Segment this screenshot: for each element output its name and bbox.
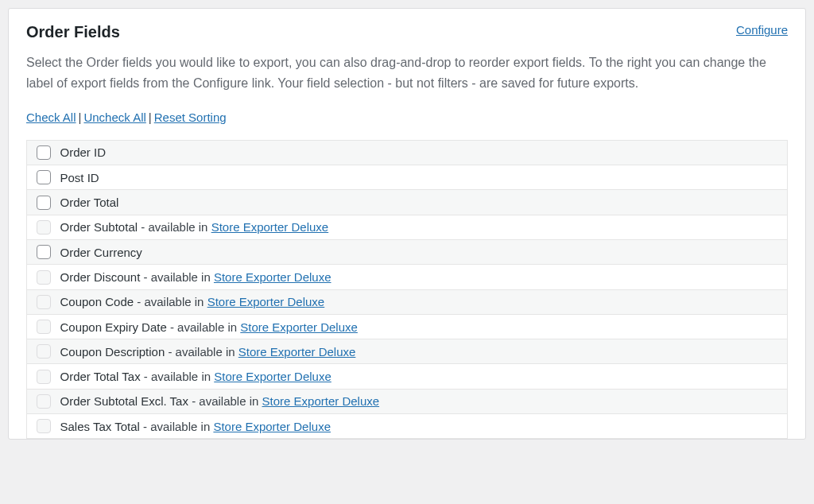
field-label: Order Total [60, 196, 119, 209]
uncheck-all-link[interactable]: Uncheck All [83, 110, 145, 124]
table-row[interactable]: Order Subtotal - available in Store Expo… [27, 215, 788, 239]
reset-sorting-link[interactable]: Reset Sorting [154, 110, 227, 124]
available-in-text: - available in [140, 270, 214, 284]
field-label-cell: Coupon Description - available in Store … [54, 339, 788, 364]
panel-title: Order Fields [26, 23, 120, 41]
available-in-text: - available in [138, 220, 211, 234]
table-row[interactable]: Order Subtotal Excl. Tax - available in … [27, 389, 788, 413]
field-checkbox [37, 295, 51, 309]
available-in-text: - available in [165, 345, 238, 359]
table-row[interactable]: Order Total Tax - available in Store Exp… [27, 364, 788, 389]
checkbox-cell [27, 389, 54, 413]
bulk-actions: Check All|Uncheck All|Reset Sorting [26, 110, 788, 124]
field-checkbox [37, 394, 51, 409]
store-exporter-deluxe-link[interactable]: Store Exporter Deluxe [214, 270, 331, 284]
field-label-cell: Order Subtotal - available in Store Expo… [54, 215, 788, 239]
store-exporter-deluxe-link[interactable]: Store Exporter Deluxe [207, 295, 325, 308]
table-row[interactable]: Sales Tax Total - available in Store Exp… [27, 414, 788, 439]
panel-header: Order Fields Configure [26, 23, 788, 41]
field-checkbox [37, 419, 51, 433]
field-label: Coupon Expiry Date [60, 320, 167, 334]
checkbox-cell [27, 165, 54, 190]
checkbox-cell [27, 339, 54, 364]
separator: | [146, 110, 154, 124]
available-in-text: - available in [140, 420, 214, 433]
field-label-cell: Order Total [54, 190, 788, 215]
field-label: Order Currency [60, 246, 142, 259]
separator: | [76, 110, 84, 124]
field-checkbox [37, 370, 51, 384]
store-exporter-deluxe-link[interactable]: Store Exporter Deluxe [213, 420, 331, 433]
check-all-link[interactable]: Check All [26, 110, 76, 124]
field-label-cell: Order ID [54, 140, 788, 165]
store-exporter-deluxe-link[interactable]: Store Exporter Deluxe [238, 345, 356, 359]
available-in-text: - available in [134, 295, 207, 308]
field-label: Post ID [60, 171, 99, 184]
available-in-text: - available in [167, 320, 241, 334]
field-label: Order ID [60, 145, 107, 159]
field-label-cell: Order Currency [54, 239, 788, 264]
field-checkbox [37, 320, 51, 334]
store-exporter-deluxe-link[interactable]: Store Exporter Deluxe [214, 370, 331, 383]
field-checkbox [37, 344, 51, 359]
field-checkbox [37, 220, 51, 235]
checkbox-cell [27, 289, 54, 314]
store-exporter-deluxe-link[interactable]: Store Exporter Deluxe [240, 320, 358, 334]
field-checkbox[interactable] [37, 145, 51, 160]
field-checkbox [37, 270, 51, 285]
order-fields-panel: Order Fields Configure Select the Order … [8, 8, 806, 440]
field-label: Sales Tax Total [60, 420, 140, 433]
fields-table: Order IDPost IDOrder TotalOrder Subtotal… [26, 140, 788, 440]
field-label: Order Total Tax [60, 370, 141, 383]
field-label-cell: Sales Tax Total - available in Store Exp… [54, 414, 788, 439]
field-checkbox[interactable] [37, 196, 51, 210]
available-in-text: - available in [188, 394, 262, 408]
table-row[interactable]: Order Total [27, 190, 788, 215]
table-row[interactable]: Coupon Code - available in Store Exporte… [27, 289, 788, 314]
field-label: Coupon Code [60, 295, 134, 308]
configure-link[interactable]: Configure [736, 23, 788, 37]
panel-description: Select the Order fields you would like t… [26, 52, 788, 95]
field-label-cell: Coupon Expiry Date - available in Store … [54, 314, 788, 339]
table-row[interactable]: Order ID [27, 140, 788, 165]
field-checkbox[interactable] [37, 245, 51, 259]
checkbox-cell [27, 140, 54, 165]
field-label-cell: Order Subtotal Excl. Tax - available in … [54, 389, 788, 413]
field-label-cell: Order Total Tax - available in Store Exp… [54, 364, 788, 389]
field-label-cell: Order Discount - available in Store Expo… [54, 265, 788, 289]
field-label: Order Subtotal [60, 220, 138, 234]
store-exporter-deluxe-link[interactable]: Store Exporter Deluxe [211, 220, 329, 234]
table-row[interactable]: Order Currency [27, 239, 788, 264]
field-label-cell: Post ID [54, 165, 788, 190]
field-label: Order Subtotal Excl. Tax [60, 394, 188, 408]
available-in-text: - available in [141, 370, 215, 383]
field-label: Coupon Description [60, 345, 165, 359]
checkbox-cell [27, 239, 54, 264]
store-exporter-deluxe-link[interactable]: Store Exporter Deluxe [262, 394, 380, 408]
table-row[interactable]: Order Discount - available in Store Expo… [27, 265, 788, 289]
table-row[interactable]: Coupon Expiry Date - available in Store … [27, 314, 788, 339]
checkbox-cell [27, 314, 54, 339]
checkbox-cell [27, 265, 54, 289]
table-row[interactable]: Post ID [27, 165, 788, 190]
field-checkbox[interactable] [37, 170, 51, 184]
checkbox-cell [27, 414, 54, 439]
checkbox-cell [27, 190, 54, 215]
field-label-cell: Coupon Code - available in Store Exporte… [54, 289, 788, 314]
field-label: Order Discount [60, 270, 141, 284]
table-row[interactable]: Coupon Description - available in Store … [27, 339, 788, 364]
checkbox-cell [27, 215, 54, 239]
checkbox-cell [27, 364, 54, 389]
